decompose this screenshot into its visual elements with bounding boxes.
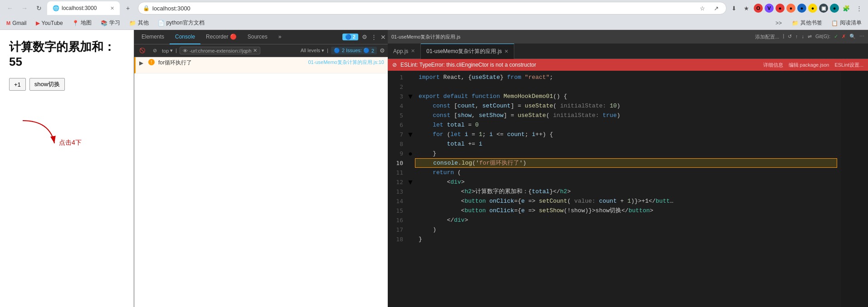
study-icon: 📚 xyxy=(101,20,107,26)
devtools-tab-console[interactable]: Console xyxy=(170,30,200,44)
share-icon[interactable]: ↗ xyxy=(711,3,722,14)
tab-close-button[interactable]: ✕ xyxy=(110,5,114,11)
bookmark-other[interactable]: 📁 其他 xyxy=(127,18,151,28)
gutter-10 xyxy=(406,158,415,168)
devtools-more-icon[interactable]: ⋮ xyxy=(371,34,377,40)
line-num-16: 16 xyxy=(396,215,403,225)
line-num-6: 6 xyxy=(400,120,403,130)
console-message-text: for循环执行了 xyxy=(158,59,305,67)
sources-tab-label: Sources xyxy=(248,34,268,40)
vscode-titlebar: 01-useMemo复杂计算的应用.js 添加配置... | ↺ ↑ ↓ ⇌ G… xyxy=(388,30,868,44)
line-num-17: 17 xyxy=(396,225,403,234)
gutter-16 xyxy=(406,215,415,225)
console-settings-icon[interactable]: ⚙ xyxy=(380,47,385,54)
python-icon: 📄 xyxy=(158,20,165,26)
tab-label: localhost:3000 xyxy=(62,5,97,11)
ext8-icon[interactable]: ● xyxy=(830,4,839,13)
gutter-4 xyxy=(406,101,415,111)
puzzle-icon[interactable]: 🧩 xyxy=(841,3,852,14)
search-icon[interactable]: 🔍 xyxy=(849,34,856,40)
menu-icon[interactable]: ⋮ xyxy=(853,3,864,14)
ext6-icon[interactable]: ● xyxy=(808,4,817,13)
pull-action[interactable]: ↓ xyxy=(802,34,805,40)
maps-icon: 📍 xyxy=(72,20,79,26)
forward-button[interactable]: → xyxy=(18,2,31,15)
code-line-7: for (let i = 1; i <= count; i++) { xyxy=(415,130,837,139)
gutter: ▼ ▼ ● ▼ xyxy=(406,71,415,307)
bookmark-readlist[interactable]: 📋 阅读清单 xyxy=(829,18,864,28)
bookmark-gmail[interactable]: M Gmail xyxy=(4,19,29,27)
sync-action[interactable]: ⇌ xyxy=(808,34,812,40)
clear-console-button[interactable]: 🚫 xyxy=(137,47,148,54)
url-filter-text: -url:chrome-extension://jqph xyxy=(190,48,251,54)
code-line-1: import React, {useState} from "react"; xyxy=(415,73,837,82)
devtools-tab-elements[interactable]: Elements xyxy=(136,30,170,44)
vscode-tab-appjs[interactable]: App.js ✕ xyxy=(388,44,421,59)
devtools-tab-sources[interactable]: Sources xyxy=(242,30,273,44)
warning-icon: ! xyxy=(148,59,155,65)
vs-minimap xyxy=(841,71,868,307)
eslint-settings-action[interactable]: ESLint设置... xyxy=(834,62,863,68)
console-messages: ▶ ! for循环执行了 01-useMemo复杂计算的应用.js:10 xyxy=(134,57,388,307)
issues-num: 2 xyxy=(371,48,374,54)
line-num-18: 18 xyxy=(396,234,403,244)
vertical-scrollbar[interactable] xyxy=(837,71,841,307)
bookmark-gmail-label: Gmail xyxy=(12,20,26,26)
increment-button[interactable]: +1 xyxy=(9,78,26,91)
code-line-18: } xyxy=(415,234,837,244)
usememo-tab-close[interactable]: ✕ xyxy=(504,49,508,54)
git-label: Git(G): xyxy=(815,34,830,40)
download-icon[interactable]: ⬇ xyxy=(728,3,739,14)
bookmark-maps[interactable]: 📍 地图 xyxy=(69,18,94,28)
bookmark-python[interactable]: 📄 python官方文档 xyxy=(155,18,207,28)
vscode-tab-usememo[interactable]: 01-useMemo复杂计算的应用.js ✕ xyxy=(421,44,514,59)
filter-icon[interactable]: ⊘ xyxy=(151,47,159,54)
code-line-15: <button onClick={e => setShow(!show)}>sh… xyxy=(415,206,837,215)
console-message-source[interactable]: 01-useMemo复杂计算的应用.js:10 xyxy=(308,59,385,66)
address-bar[interactable]: 🔒 localhost:3000 ☆ ↗ xyxy=(138,2,727,15)
edit-package-action[interactable]: 编辑 package.json xyxy=(789,62,829,68)
toggle-button[interactable]: show切换 xyxy=(29,78,65,91)
devtools-tab-more[interactable]: » xyxy=(273,30,287,44)
devtools-tab-recorder[interactable]: Recorder 🔴 xyxy=(200,30,242,44)
back-button[interactable]: ← xyxy=(4,2,16,15)
issues-badge[interactable]: 🔵 2 Issues: 🔵 2 xyxy=(331,47,377,54)
address-text: localhost:3000 xyxy=(152,5,694,12)
vscode-editor: 1 2 3 4 5 6 7 8 9 10 11 12 13 14 15 16 1… xyxy=(388,71,868,307)
code-line-3: export default function MemoHookDemo01()… xyxy=(415,92,837,101)
line-num-7: 7 xyxy=(400,130,403,139)
ext4-icon[interactable]: ● xyxy=(786,4,795,13)
new-tab-button[interactable]: + xyxy=(122,2,134,15)
react-app-panel: 计算数字的累加和：55 +1 show切换 点击4下 xyxy=(0,30,134,307)
url-filter[interactable]: 👁 -url:chrome-extension://jqph ✕ xyxy=(180,47,260,54)
ext5-icon[interactable]: ● xyxy=(797,4,806,13)
reload-button[interactable]: ↻ xyxy=(33,2,45,15)
clear-filter-icon[interactable]: ✕ xyxy=(253,48,257,54)
devtools-close-icon[interactable]: ✕ xyxy=(380,34,386,41)
ext2-icon[interactable]: V xyxy=(765,4,774,13)
add-config-action[interactable]: 添加配置... xyxy=(755,34,779,40)
tab-localhost[interactable]: 🌐 localhost:3000 ✕ xyxy=(47,1,120,15)
ext7-icon[interactable]: ▣ xyxy=(819,4,828,13)
bookmarks-more[interactable]: >> xyxy=(775,20,782,26)
star-icon[interactable]: ★ xyxy=(741,3,752,14)
bookmarks-bar: M Gmail ▶ YouTube 📍 地图 📚 学习 📁 其他 📄 pytho… xyxy=(0,16,868,30)
arrow-annotation xyxy=(14,116,68,154)
ext3-icon[interactable]: ● xyxy=(775,4,785,13)
more-actions-icon[interactable]: ⋯ xyxy=(859,34,864,40)
undo-action[interactable]: ↺ xyxy=(788,34,792,40)
bookmark-maps-label: 地图 xyxy=(81,19,92,27)
opera-ext-icon[interactable]: O xyxy=(754,4,763,13)
top-dropdown[interactable]: top ▾ xyxy=(162,48,173,54)
levels-dropdown[interactable]: All levels ▾ xyxy=(301,48,324,54)
bookmark-other-books[interactable]: 📁 其他书签 xyxy=(789,18,825,28)
push-action[interactable]: ↑ xyxy=(795,34,798,40)
bookmark-study[interactable]: 📚 学习 xyxy=(98,18,123,28)
devtools-settings-icon[interactable]: ⚙ xyxy=(362,34,367,40)
code-area[interactable]: import React, {useState} from "react"; e… xyxy=(415,71,837,307)
detail-action[interactable]: 详细信息 xyxy=(763,62,783,68)
appjs-tab-close[interactable]: ✕ xyxy=(411,48,415,54)
bookmark-icon[interactable]: ☆ xyxy=(697,3,708,14)
expand-icon[interactable]: ▶ xyxy=(139,60,145,66)
bookmark-youtube[interactable]: ▶ YouTube xyxy=(33,19,66,27)
